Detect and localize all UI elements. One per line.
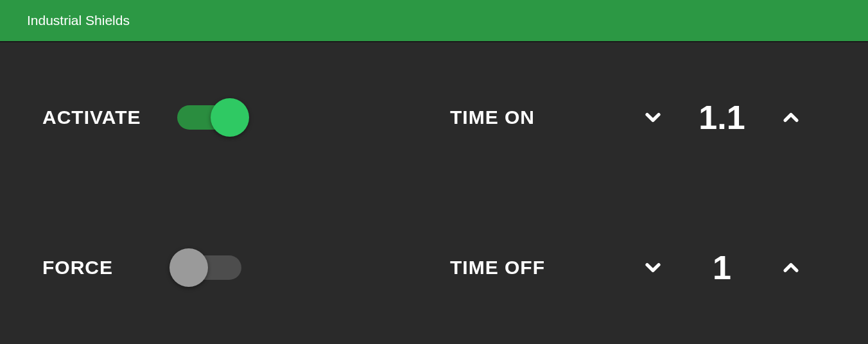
time-on-group: TIME ON 1.1 bbox=[434, 98, 868, 137]
time-on-label: TIME ON bbox=[450, 107, 640, 128]
chevron-up-icon[interactable] bbox=[778, 255, 804, 280]
row-activate-timeon: ACTIVATE TIME ON 1.1 bbox=[0, 42, 868, 193]
activate-toggle[interactable] bbox=[177, 105, 241, 130]
chevron-down-icon[interactable] bbox=[640, 255, 666, 280]
time-on-value: 1.1 bbox=[691, 98, 752, 137]
time-on-stepper: 1.1 bbox=[640, 98, 804, 137]
chevron-up-icon[interactable] bbox=[778, 105, 804, 130]
activate-toggle-knob bbox=[211, 98, 249, 137]
time-off-value: 1 bbox=[691, 248, 752, 287]
header: Industrial Shields bbox=[0, 0, 868, 42]
time-off-stepper: 1 bbox=[640, 248, 804, 287]
time-off-label: TIME OFF bbox=[450, 257, 640, 279]
activate-group: ACTIVATE bbox=[0, 105, 434, 130]
force-toggle-knob bbox=[169, 248, 208, 287]
force-group: FORCE bbox=[0, 255, 434, 280]
chevron-down-icon[interactable] bbox=[640, 105, 666, 130]
header-title: Industrial Shields bbox=[27, 13, 130, 28]
row-force-timeoff: FORCE TIME OFF 1 bbox=[0, 193, 868, 343]
activate-label: ACTIVATE bbox=[42, 107, 177, 128]
time-off-group: TIME OFF 1 bbox=[434, 248, 868, 287]
force-toggle[interactable] bbox=[177, 255, 241, 280]
force-label: FORCE bbox=[42, 257, 177, 279]
main-panel: ACTIVATE TIME ON 1.1 bbox=[0, 42, 868, 343]
